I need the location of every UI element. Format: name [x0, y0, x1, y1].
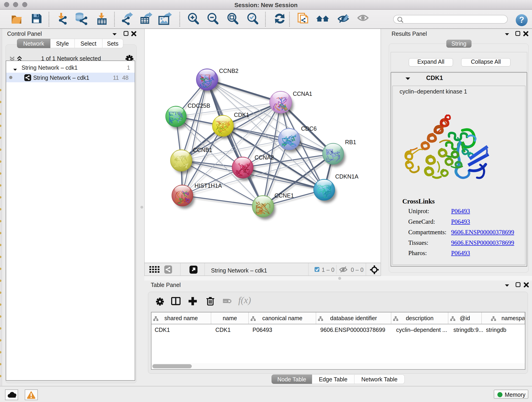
svg-text:CDC6: CDC6: [301, 125, 317, 132]
svg-text:HIST1H1A: HIST1H1A: [195, 182, 222, 189]
svg-text:CCNB1: CCNB1: [193, 147, 212, 153]
svg-text:CCNE1: CCNE1: [274, 192, 294, 199]
svg-text:?: ?: [519, 15, 524, 25]
svg-text:CCNA1: CCNA1: [293, 90, 312, 97]
svg-text:CCNA2: CCNA2: [254, 154, 274, 161]
svg-text:RB1: RB1: [345, 139, 356, 145]
svg-text:CCNB2: CCNB2: [219, 68, 239, 74]
svg-text:CDKN1A: CDKN1A: [335, 173, 359, 180]
svg-text:CDK1: CDK1: [234, 112, 249, 118]
svg-text:CDC25B: CDC25B: [188, 102, 210, 109]
